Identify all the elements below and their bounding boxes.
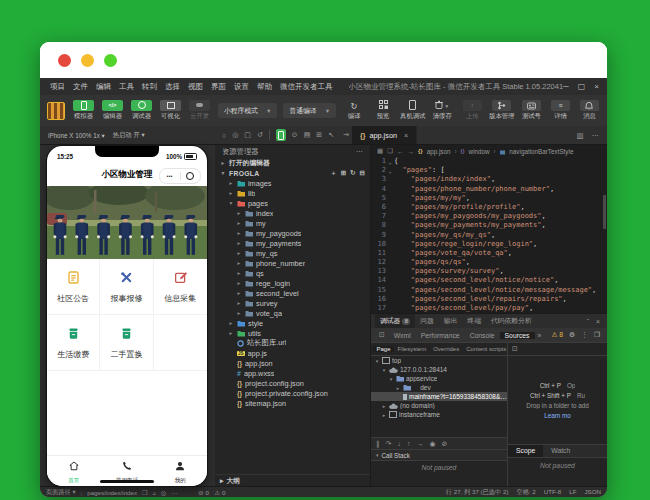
back-icon[interactable]: ← <box>397 148 404 155</box>
devtools-tab-Console[interactable]: Console <box>465 332 500 339</box>
sources-tab-Page[interactable]: Page <box>373 346 394 352</box>
statusbar-more-icon[interactable]: ⋯ <box>171 489 177 496</box>
devtools-tab-Wxml[interactable]: Wxml <box>389 332 416 339</box>
消息-button[interactable]: 消息 <box>577 100 601 121</box>
tree-item-rege_login[interactable]: ▸rege_login <box>215 278 370 288</box>
exit-target-icon[interactable] <box>181 172 201 180</box>
device-frame-icon[interactable]: ▢ <box>244 131 251 139</box>
panel-tab-问题[interactable]: 问题 <box>415 314 439 328</box>
user-avatar[interactable] <box>47 102 65 120</box>
devtools-tab-Performance[interactable]: Performance <box>416 332 465 339</box>
tabbar-我的[interactable]: 我的 <box>154 456 207 486</box>
open-editors-section[interactable]: ▸打开的编辑器 <box>215 158 370 168</box>
forward-icon[interactable]: → <box>407 148 414 155</box>
close-icon[interactable]: × <box>594 82 599 91</box>
close-traffic-light[interactable] <box>58 54 71 67</box>
phone-pin-icon[interactable] <box>276 129 286 141</box>
editor-layout-icon[interactable]: ▦ <box>377 147 383 155</box>
zoom-traffic-light[interactable] <box>104 54 117 67</box>
panel-tab-调试器[interactable]: 调试器8 <box>375 314 415 328</box>
测试号-button[interactable]: 测试号 <box>519 100 543 121</box>
tree-item-my_payments[interactable]: ▸my_payments <box>215 238 370 248</box>
云开发-toggle[interactable]: 云开发 <box>187 100 212 122</box>
tree-item-app.json[interactable]: {}app.json <box>215 358 370 368</box>
panel-tab-终端[interactable]: 终端 <box>462 314 486 328</box>
menu-信息采集[interactable]: 信息采集 <box>154 259 207 315</box>
可视化-toggle[interactable]: 可视化 <box>158 100 183 122</box>
预览-button[interactable]: 预览 <box>371 100 395 121</box>
project-root[interactable]: ▾FROGLA ＋ ⊞ ↻ ⊟ <box>215 168 370 178</box>
inspect-icon[interactable]: ⊡ <box>375 331 389 339</box>
devtools-menu-icon[interactable]: ⋮ <box>581 331 588 339</box>
collapse-panel-icon[interactable]: ˆ <box>587 318 589 325</box>
eol-setting[interactable]: LF <box>569 488 576 497</box>
learn-more-link[interactable]: Learn mo <box>544 412 571 419</box>
版本管理-button[interactable]: 版本管理 <box>489 100 514 121</box>
tree-item-second_level[interactable]: ▸second_level <box>215 288 370 298</box>
editor-more-icon[interactable]: ⋯ <box>592 131 600 140</box>
调试器-toggle[interactable]: 调试器 <box>129 100 154 122</box>
tab-close-icon[interactable]: × <box>404 131 408 140</box>
new-folder-icon[interactable]: ⊞ <box>341 169 346 178</box>
sources-tab-Filesystem[interactable]: Filesystem <box>394 346 430 352</box>
menu-报事报修[interactable]: 报事报修 <box>100 259 153 315</box>
tree-item-站长图库.url[interactable]: 站长图库.url <box>215 338 370 348</box>
maximize-icon[interactable]: ▢ <box>578 82 586 91</box>
tree-item-utils[interactable]: ▸utils <box>215 328 370 338</box>
search-icon[interactable]: ⊙ <box>292 131 298 139</box>
bookmark-icon[interactable]: ❏ <box>387 147 393 155</box>
tree-item-index[interactable]: ▸index <box>215 208 370 218</box>
tree-item-survey[interactable]: ▸survey <box>215 298 370 308</box>
minimize-traffic-light[interactable] <box>81 54 94 67</box>
breadcrumb-property[interactable]: navigationBarTextStyle <box>509 148 573 155</box>
more-menu-icon[interactable]: ••• <box>160 174 180 179</box>
tree-item-vote_qa[interactable]: ▸vote_qa <box>215 308 370 318</box>
tree-item-my_paygoods[interactable]: ▸my_paygoods <box>215 228 370 238</box>
step-icon[interactable]: → <box>416 440 423 447</box>
grid-icon[interactable]: ⊞ <box>316 131 322 139</box>
navigator-toggle-icon[interactable]: ⊡ <box>512 345 518 353</box>
compile-mode-dropdown[interactable]: 普通编译▼ <box>283 103 336 118</box>
page-path-dropdown[interactable]: 页面路径 ▾ <box>46 488 76 497</box>
problems-indicator[interactable]: ⊘ 0 ⚠ 0 <box>198 489 225 496</box>
menu-视图[interactable]: 视图 <box>184 82 207 92</box>
sidebar-tab-Scope[interactable]: Scope <box>508 445 543 457</box>
outline-section[interactable]: ▸大纲 <box>215 474 370 486</box>
refresh-page-icon[interactable]: ↺ <box>257 131 263 139</box>
tree-item-project.private.config.json[interactable]: {}project.private.config.json <box>215 388 370 398</box>
frame-tree-item-top[interactable]: ▾top <box>371 356 507 365</box>
frame-tree-item-(no domain)[interactable]: ▸(no domain) <box>371 401 507 410</box>
tree-item-pages[interactable]: ▾pages <box>215 198 370 208</box>
device-selector[interactable]: iPhone X 100% 1x ▾ <box>48 132 105 139</box>
menu-帮助[interactable]: 帮助 <box>253 82 276 92</box>
tree-item-phone_number[interactable]: ▸phone_number <box>215 258 370 268</box>
frame-tree-item-instanceframe[interactable]: ▸instanceframe <box>371 410 507 419</box>
tree-item-app.js[interactable]: JSapp.js <box>215 348 370 358</box>
breadcrumb-file[interactable]: app.json <box>427 148 451 155</box>
collapse-folders-icon[interactable]: ⊟ <box>360 169 365 178</box>
step-into-icon[interactable]: ↓ <box>397 440 401 447</box>
phone-simulator[interactable]: 15:25 100% 小区物业管理 ••• <box>47 146 207 486</box>
split-editor-icon[interactable]: ▥ <box>576 131 583 140</box>
上传-button[interactable]: ↑ 上传 <box>460 100 484 121</box>
encoding-setting[interactable]: UTF-8 <box>544 488 562 497</box>
inspect-element-icon[interactable]: ◎ <box>232 131 238 139</box>
menu-文件[interactable]: 文件 <box>69 82 92 92</box>
menu-社区公告[interactable]: 社区公告 <box>47 259 100 315</box>
menu-项目[interactable]: 项目 <box>46 82 69 92</box>
详情-button[interactable]: ≡ 详情 <box>548 100 572 121</box>
tree-item-sitemap.json[interactable]: {}sitemap.json <box>215 398 370 408</box>
sidebar-tab-Watch[interactable]: Watch <box>543 445 578 457</box>
more-tabs-icon[interactable]: » <box>535 332 545 339</box>
清缓存-button[interactable]: ▼ 清缓存 <box>430 100 454 121</box>
tree-item-style[interactable]: ▸style <box>215 318 370 328</box>
menu-界面[interactable]: 界面 <box>207 82 230 92</box>
编译-button[interactable]: ↻ 编译 <box>342 100 366 121</box>
editor-scrollbar[interactable] <box>603 195 606 229</box>
tab-app-json[interactable]: {}app.json× <box>352 126 417 144</box>
frame-tree-item-appservice[interactable]: ▾appservice <box>371 374 507 383</box>
refresh-explorer-icon[interactable]: ↻ <box>350 169 355 178</box>
layout-icon[interactable]: ▤ <box>304 131 311 139</box>
tree-item-qs[interactable]: ▸qs <box>215 268 370 278</box>
真机调试-button[interactable]: 真机调试 <box>400 100 425 121</box>
